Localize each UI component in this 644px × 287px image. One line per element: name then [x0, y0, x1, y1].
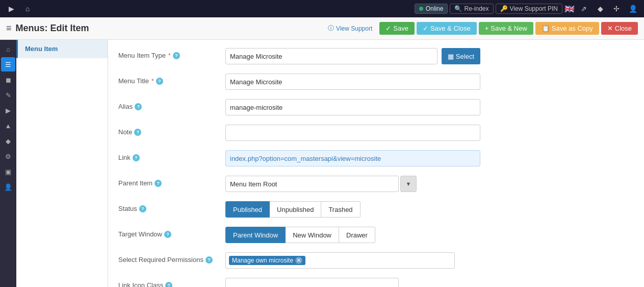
- online-dot: [419, 7, 423, 11]
- link-icon-class-control: [225, 278, 480, 287]
- permissions-label: Select Required Permissions ?: [118, 252, 225, 264]
- alias-label: Alias ?: [118, 99, 225, 110]
- search-icon: 🔍: [454, 5, 462, 12]
- permissions-control: Manage own microsite ✕: [225, 252, 480, 269]
- form-row-link: Link ?: [118, 150, 634, 169]
- target-new-window-button[interactable]: New Window: [286, 227, 339, 243]
- target-window-label: Target Window ?: [118, 227, 225, 238]
- remove-permission-button[interactable]: ✕: [295, 257, 302, 264]
- permission-field[interactable]: Manage own microsite ✕: [225, 252, 455, 269]
- required-star: *: [168, 52, 171, 59]
- parent-item-dropdown-wrapper: Menu Item Root ▼: [225, 176, 419, 192]
- save-close-icon: ✓: [423, 25, 428, 32]
- sidebar-item-users[interactable]: 👤: [1, 180, 15, 194]
- top-toolbar: ▶ ⌂ Online 🔍 Re-index 🔑 View Support PIN…: [0, 0, 644, 17]
- back-icon[interactable]: ▶: [4, 2, 18, 16]
- menu-title-control: [225, 74, 480, 90]
- form-row-menu-title: Menu Title * ?: [118, 74, 634, 92]
- parent-item-label: Parent Item ?: [118, 176, 225, 187]
- reindex-button[interactable]: 🔍 Re-index: [450, 4, 493, 14]
- left-panel: Menu Item: [16, 40, 108, 287]
- support-link-icon: ⓘ: [328, 24, 334, 33]
- form-row-status: Status ? Published Unpublished Trashed: [118, 201, 634, 220]
- menu-item-type-input[interactable]: [225, 48, 437, 64]
- page-title: ≡ Menus: Edit Item: [6, 23, 89, 34]
- save-new-button[interactable]: + Save & New: [479, 22, 533, 35]
- permission-tag: Manage own microsite ✕: [229, 256, 305, 265]
- main-layout: ⌂ ☰ ◼ ✎ ▶ ▲ ◆ ⚙ ▣ 👤 Menu Item Menu Item …: [0, 40, 644, 287]
- joomla-icon[interactable]: ◆: [593, 2, 607, 16]
- menu-icon: ≡: [6, 23, 12, 34]
- menu-title-help[interactable]: ?: [156, 78, 163, 85]
- menu-title-input[interactable]: [225, 74, 480, 90]
- status-btn-group: Published Unpublished Trashed: [225, 201, 480, 218]
- sidebar-item-home[interactable]: ⌂: [1, 42, 15, 56]
- note-input[interactable]: [225, 125, 480, 141]
- target-parent-window-button[interactable]: Parent Window: [225, 227, 286, 243]
- menu-item-type-help[interactable]: ?: [173, 52, 180, 59]
- permissions-help[interactable]: ?: [205, 256, 213, 264]
- save-button[interactable]: ✓ Save: [379, 22, 415, 35]
- form-row-note: Note ?: [118, 125, 634, 143]
- action-buttons: ✓ Save ✓ Save & Close + Save & New 📋 Sav…: [379, 22, 638, 35]
- status-unpublished-button[interactable]: Unpublished: [270, 201, 321, 218]
- status-trashed-button[interactable]: Trashed: [321, 201, 360, 218]
- alias-help[interactable]: ?: [135, 103, 142, 110]
- sidebar-item-modules[interactable]: ◼: [1, 73, 15, 87]
- view-support-link[interactable]: ⓘ View Support: [324, 21, 376, 35]
- sidebar-item-menu[interactable]: ☰: [1, 57, 15, 71]
- menu-type-wrapper: ▦ Select: [225, 48, 480, 64]
- form-row-permissions: Select Required Permissions ? Manage own…: [118, 252, 634, 271]
- parent-item-help[interactable]: ?: [154, 180, 162, 187]
- link-label: Link ?: [118, 150, 225, 161]
- form-row-parent-item: Parent Item ? Menu Item Root ▼: [118, 176, 634, 194]
- menu-item-type-control: ▦ Select: [225, 48, 480, 64]
- parent-item-select[interactable]: Menu Item Root: [225, 176, 399, 192]
- close-button[interactable]: ✕ Close: [601, 22, 638, 35]
- menu-item-type-label: Menu Item Type * ?: [118, 48, 225, 59]
- menu-title-label: Menu Title * ?: [118, 74, 225, 85]
- left-panel-item-menu-item[interactable]: Menu Item: [16, 40, 108, 58]
- close-icon: ✕: [607, 25, 613, 32]
- target-window-btn-group: Parent Window New Window Drawer: [225, 227, 480, 243]
- status-help[interactable]: ?: [139, 205, 146, 212]
- select-button[interactable]: ▦ Select: [442, 48, 480, 64]
- content-area: Menu Item Type * ? ▦ Select Menu Title *: [108, 40, 644, 287]
- dropdown-arrow-icon[interactable]: ▼: [400, 176, 417, 192]
- pin-icon: 🔑: [500, 5, 508, 12]
- grid-icon: ▦: [448, 53, 454, 60]
- home-icon[interactable]: ⌂: [20, 2, 35, 16]
- link-icon-class-input[interactable]: [225, 278, 399, 287]
- sidebar-item-stats[interactable]: ▲: [1, 118, 15, 133]
- alias-input[interactable]: [225, 99, 480, 115]
- save-copy-icon: 📋: [542, 25, 550, 32]
- save-copy-button[interactable]: 📋 Save as Copy: [535, 22, 599, 35]
- parent-item-control: Menu Item Root ▼: [225, 176, 480, 192]
- note-control: [225, 125, 480, 141]
- sidebar-item-settings[interactable]: ⚙: [1, 149, 15, 163]
- external-link-icon[interactable]: ⇗: [577, 2, 591, 16]
- sidebar-item-media[interactable]: ▶: [1, 103, 15, 117]
- user-icon[interactable]: 👤: [626, 2, 640, 16]
- target-window-help[interactable]: ?: [164, 231, 171, 238]
- save-close-button[interactable]: ✓ Save & Close: [417, 22, 477, 35]
- link-input[interactable]: [225, 150, 480, 166]
- link-icon-class-help[interactable]: ?: [165, 282, 172, 288]
- language-flag[interactable]: 🇬🇧: [564, 4, 575, 14]
- link-help[interactable]: ?: [133, 154, 140, 161]
- online-status: Online: [415, 4, 448, 14]
- expand-icon[interactable]: ✢: [609, 2, 624, 16]
- sidebar-item-extensions[interactable]: ◆: [1, 134, 15, 148]
- view-support-pin-button[interactable]: 🔑 View Support PIN: [496, 4, 563, 14]
- form-row-link-icon-class: Link Icon Class ?: [118, 278, 634, 287]
- note-help[interactable]: ?: [134, 129, 141, 136]
- sidebar-item-content[interactable]: ✎: [1, 88, 15, 102]
- status-published-button[interactable]: Published: [225, 201, 270, 218]
- link-control: [225, 150, 480, 166]
- form-row-menu-item-type: Menu Item Type * ? ▦ Select: [118, 48, 634, 66]
- target-drawer-button[interactable]: Drawer: [339, 227, 375, 243]
- status-label: Status ?: [118, 201, 225, 212]
- sidebar-item-system[interactable]: ▣: [1, 164, 15, 179]
- note-label: Note ?: [118, 125, 225, 136]
- sidebar: ⌂ ☰ ◼ ✎ ▶ ▲ ◆ ⚙ ▣ 👤: [0, 40, 16, 287]
